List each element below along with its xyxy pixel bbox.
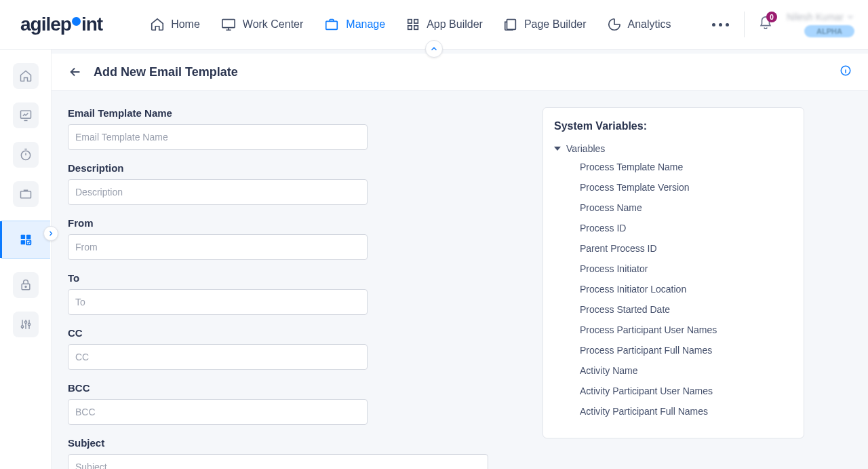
notification-count-badge: 0: [766, 12, 777, 22]
email-template-form: Email Template Name Description From To …: [68, 107, 542, 469]
svg-rect-3: [414, 20, 418, 24]
page-title: Add New Email Template: [94, 65, 238, 79]
nav-page-builder[interactable]: Page Builder: [503, 17, 587, 32]
user-name-label: Nilesh Kumar: [787, 12, 844, 22]
monitor-icon: [220, 17, 237, 32]
nav-analytics-label: Analytics: [628, 18, 671, 31]
variable-item[interactable]: Process ID: [554, 218, 798, 238]
description-label: Description: [68, 162, 515, 174]
bcc-input[interactable]: [68, 399, 368, 425]
top-navbar: agilepint Home Work Center Manage App Bu…: [0, 0, 868, 50]
tier-badge: ALPHA: [804, 25, 854, 37]
nav-work-center[interactable]: Work Center: [220, 17, 304, 32]
to-label: To: [68, 272, 515, 284]
sidebar-item-work[interactable]: [13, 181, 39, 207]
back-button[interactable]: [68, 64, 83, 79]
svg-point-16: [21, 326, 23, 328]
subject-label: Subject: [68, 437, 515, 449]
variable-item[interactable]: Process Template Version: [554, 177, 798, 198]
variable-item[interactable]: Activity Participant User Names: [554, 381, 798, 401]
logo[interactable]: agilepint: [20, 14, 102, 35]
svg-rect-12: [20, 240, 24, 244]
briefcase-outline-icon: [19, 187, 33, 201]
svg-point-17: [24, 321, 26, 323]
nav-home[interactable]: Home: [150, 17, 200, 32]
variable-item[interactable]: Process Initiator: [554, 259, 798, 279]
sidebar-expand-button[interactable]: [43, 226, 58, 241]
stopwatch-icon: [19, 148, 33, 162]
variable-item[interactable]: Process Participant User Names: [554, 320, 798, 340]
apps-icon: [406, 17, 420, 32]
variable-item[interactable]: Process Participant Full Names: [554, 340, 798, 360]
pages-icon: [503, 17, 518, 32]
from-input[interactable]: [68, 234, 368, 260]
arrow-left-icon: [68, 64, 83, 79]
collapse-topbar-button[interactable]: [425, 40, 443, 58]
sidebar-item-home[interactable]: [13, 63, 39, 89]
sidebar-item-templates[interactable]: [1, 221, 50, 259]
nav-manage[interactable]: Manage: [323, 17, 385, 32]
briefcase-icon: [323, 17, 340, 32]
info-icon: [840, 64, 852, 77]
template-name-input[interactable]: [68, 124, 368, 150]
description-input[interactable]: [68, 179, 368, 205]
nav-home-label: Home: [171, 18, 200, 31]
svg-rect-4: [408, 26, 412, 30]
variables-root-label: Variables: [566, 143, 605, 154]
sidebar-item-security[interactable]: [13, 272, 39, 298]
nav-app-builder-label: App Builder: [427, 18, 483, 31]
nav-more-button[interactable]: [712, 23, 729, 26]
svg-point-8: [21, 151, 30, 160]
variable-item[interactable]: Parent Process ID: [554, 238, 798, 259]
variables-root-node[interactable]: Variables: [554, 140, 798, 157]
svg-point-18: [28, 323, 30, 325]
to-input[interactable]: [68, 289, 368, 315]
variable-item[interactable]: Activity Name: [554, 360, 798, 381]
info-button[interactable]: [840, 64, 852, 79]
monitor-chart-icon: [19, 109, 33, 122]
nav-analytics[interactable]: Analytics: [607, 17, 671, 32]
user-menu[interactable]: Nilesh Kumar ALPHA: [787, 12, 854, 37]
svg-rect-2: [408, 20, 412, 24]
divider: [744, 12, 745, 37]
from-label: From: [68, 217, 515, 229]
triangle-down-icon: [554, 147, 561, 151]
subject-input[interactable]: [68, 454, 488, 469]
cc-label: CC: [68, 327, 515, 339]
chevron-up-icon: [429, 44, 439, 54]
chevron-down-icon: [846, 13, 854, 21]
svg-rect-5: [414, 26, 418, 30]
variable-item[interactable]: Process Initiator Location: [554, 279, 798, 299]
svg-rect-1: [326, 21, 338, 29]
system-variables-panel: System Variables: Variables Process Temp…: [542, 107, 804, 438]
chevron-right-icon: [47, 229, 55, 238]
svg-rect-7: [20, 111, 31, 118]
svg-rect-6: [507, 20, 515, 30]
variables-panel-title: System Variables:: [554, 120, 804, 132]
variable-item[interactable]: Process Started Date: [554, 299, 798, 320]
svg-rect-0: [222, 20, 235, 28]
sidebar-item-monitor[interactable]: [13, 102, 39, 128]
nav-work-center-label: Work Center: [243, 18, 304, 31]
nav-manage-label: Manage: [346, 18, 385, 31]
notifications-button[interactable]: 0: [758, 16, 773, 33]
sidebar: [0, 50, 52, 469]
bcc-label: BCC: [68, 382, 515, 394]
sidebar-item-timer[interactable]: [13, 142, 39, 168]
variable-item[interactable]: Process Template Name: [554, 157, 798, 177]
grid-check-icon: [18, 232, 33, 247]
svg-point-15: [25, 286, 26, 288]
variables-scroll-area[interactable]: Variables Process Template Name Process …: [554, 140, 804, 423]
variable-item[interactable]: Activity Participant Full Names: [554, 401, 798, 421]
template-name-label: Email Template Name: [68, 107, 515, 119]
svg-rect-11: [26, 235, 30, 239]
nav-page-builder-label: Page Builder: [524, 18, 587, 31]
nav-app-builder[interactable]: App Builder: [406, 17, 483, 32]
sidebar-item-settings[interactable]: [13, 312, 39, 337]
variable-item[interactable]: Process Name: [554, 198, 798, 218]
svg-rect-10: [20, 235, 24, 239]
cc-input[interactable]: [68, 344, 368, 370]
home-icon: [150, 17, 165, 32]
analytics-icon: [607, 17, 622, 32]
home-outline-icon: [19, 69, 33, 83]
